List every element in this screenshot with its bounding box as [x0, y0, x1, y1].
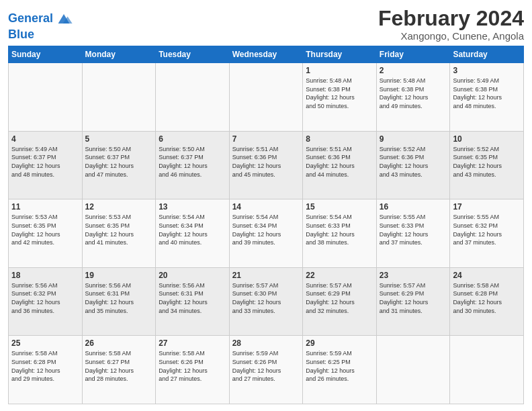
weekday-thursday: Thursday: [303, 46, 377, 63]
calendar-cell: 29Sunrise: 5:59 AM Sunset: 6:25 PM Dayli…: [303, 336, 377, 404]
day-number: 27: [159, 338, 226, 348]
calendar-cell: 23Sunrise: 5:57 AM Sunset: 6:29 PM Dayli…: [376, 267, 450, 336]
logo: General Blue: [8, 9, 73, 42]
day-info: Sunrise: 5:54 AM Sunset: 6:34 PM Dayligh…: [232, 213, 300, 246]
day-number: 12: [85, 202, 153, 212]
day-info: Sunrise: 5:54 AM Sunset: 6:33 PM Dayligh…: [306, 213, 373, 246]
calendar-cell: 2Sunrise: 5:48 AM Sunset: 6:38 PM Daylig…: [376, 63, 450, 132]
calendar-cell: 7Sunrise: 5:51 AM Sunset: 6:36 PM Daylig…: [229, 131, 303, 199]
day-info: Sunrise: 5:49 AM Sunset: 6:38 PM Dayligh…: [453, 77, 521, 110]
day-number: 21: [232, 271, 300, 280]
calendar-cell: [229, 63, 303, 132]
calendar-cell: 22Sunrise: 5:57 AM Sunset: 6:29 PM Dayli…: [303, 267, 377, 336]
calendar-cell: 21Sunrise: 5:57 AM Sunset: 6:30 PM Dayli…: [229, 267, 303, 336]
title-block: February 2024 Xangongo, Cunene, Angola: [378, 7, 524, 42]
calendar-cell: 4Sunrise: 5:49 AM Sunset: 6:37 PM Daylig…: [9, 131, 83, 199]
day-number: 13: [159, 202, 226, 212]
calendar-cell: 28Sunrise: 5:59 AM Sunset: 6:26 PM Dayli…: [229, 336, 303, 404]
day-number: 16: [380, 202, 447, 212]
day-info: Sunrise: 5:51 AM Sunset: 6:36 PM Dayligh…: [232, 145, 300, 179]
calendar-cell: 17Sunrise: 5:55 AM Sunset: 6:32 PM Dayli…: [450, 199, 524, 268]
day-number: 17: [453, 202, 521, 212]
header: General Blue February 2024 Xangongo, Cun…: [8, 7, 524, 42]
day-number: 1: [306, 66, 373, 75]
calendar-cell: 20Sunrise: 5:56 AM Sunset: 6:31 PM Dayli…: [156, 267, 230, 336]
day-number: 10: [453, 134, 521, 144]
weekday-header-row: SundayMondayTuesdayWednesdayThursdayFrid…: [9, 46, 524, 63]
day-info: Sunrise: 5:55 AM Sunset: 6:33 PM Dayligh…: [380, 213, 447, 246]
day-info: Sunrise: 5:52 AM Sunset: 6:36 PM Dayligh…: [380, 145, 447, 179]
logo-icon: [54, 9, 73, 28]
calendar-cell: 16Sunrise: 5:55 AM Sunset: 6:33 PM Dayli…: [376, 199, 450, 268]
day-info: Sunrise: 5:57 AM Sunset: 6:30 PM Dayligh…: [232, 281, 300, 315]
day-info: Sunrise: 5:58 AM Sunset: 6:26 PM Dayligh…: [159, 349, 226, 383]
calendar-cell: [156, 63, 230, 132]
day-info: Sunrise: 5:49 AM Sunset: 6:37 PM Dayligh…: [11, 145, 79, 179]
logo-blue: Blue: [8, 28, 73, 42]
day-info: Sunrise: 5:50 AM Sunset: 6:37 PM Dayligh…: [85, 145, 153, 179]
calendar-cell: 1Sunrise: 5:48 AM Sunset: 6:38 PM Daylig…: [303, 63, 377, 132]
day-info: Sunrise: 5:50 AM Sunset: 6:37 PM Dayligh…: [159, 145, 226, 179]
calendar-cell: 9Sunrise: 5:52 AM Sunset: 6:36 PM Daylig…: [376, 131, 450, 199]
day-number: 20: [159, 271, 226, 280]
day-info: Sunrise: 5:58 AM Sunset: 6:28 PM Dayligh…: [453, 281, 521, 315]
day-number: 3: [453, 66, 521, 75]
day-number: 29: [306, 338, 373, 348]
day-info: Sunrise: 5:58 AM Sunset: 6:27 PM Dayligh…: [85, 349, 153, 383]
day-number: 8: [306, 134, 373, 144]
day-number: 18: [11, 271, 79, 280]
day-info: Sunrise: 5:56 AM Sunset: 6:32 PM Dayligh…: [11, 281, 79, 315]
day-number: 9: [380, 134, 447, 144]
weekday-monday: Monday: [82, 46, 156, 63]
calendar-week-3: 11Sunrise: 5:53 AM Sunset: 6:35 PM Dayli…: [9, 199, 524, 268]
calendar-cell: 19Sunrise: 5:56 AM Sunset: 6:31 PM Dayli…: [82, 267, 156, 336]
day-info: Sunrise: 5:58 AM Sunset: 6:28 PM Dayligh…: [11, 349, 79, 383]
calendar-cell: 11Sunrise: 5:53 AM Sunset: 6:35 PM Dayli…: [9, 199, 83, 268]
calendar-cell: 13Sunrise: 5:54 AM Sunset: 6:34 PM Dayli…: [156, 199, 230, 268]
calendar-cell: 12Sunrise: 5:53 AM Sunset: 6:35 PM Dayli…: [82, 199, 156, 268]
day-info: Sunrise: 5:54 AM Sunset: 6:34 PM Dayligh…: [159, 213, 226, 246]
day-number: 7: [232, 134, 300, 144]
day-info: Sunrise: 5:51 AM Sunset: 6:36 PM Dayligh…: [306, 145, 373, 179]
day-info: Sunrise: 5:52 AM Sunset: 6:35 PM Dayligh…: [453, 145, 521, 179]
calendar-week-2: 4Sunrise: 5:49 AM Sunset: 6:37 PM Daylig…: [9, 131, 524, 199]
day-number: 24: [453, 271, 521, 280]
logo-general: General: [8, 11, 53, 25]
subtitle: Xangongo, Cunene, Angola: [378, 30, 524, 42]
calendar-cell: [82, 63, 156, 132]
day-number: 22: [306, 271, 373, 280]
weekday-saturday: Saturday: [450, 46, 524, 63]
calendar-cell: [450, 336, 524, 404]
weekday-wednesday: Wednesday: [229, 46, 303, 63]
calendar-cell: 27Sunrise: 5:58 AM Sunset: 6:26 PM Dayli…: [156, 336, 230, 404]
calendar-cell: [376, 336, 450, 404]
day-number: 15: [306, 202, 373, 212]
calendar-week-4: 18Sunrise: 5:56 AM Sunset: 6:32 PM Dayli…: [9, 267, 524, 336]
calendar-cell: 15Sunrise: 5:54 AM Sunset: 6:33 PM Dayli…: [303, 199, 377, 268]
day-number: 2: [380, 66, 447, 75]
calendar-cell: [9, 63, 83, 132]
day-number: 11: [11, 202, 79, 212]
day-info: Sunrise: 5:53 AM Sunset: 6:35 PM Dayligh…: [11, 213, 79, 246]
day-number: 6: [159, 134, 226, 144]
weekday-friday: Friday: [376, 46, 450, 63]
day-info: Sunrise: 5:59 AM Sunset: 6:25 PM Dayligh…: [306, 349, 373, 383]
calendar-cell: 6Sunrise: 5:50 AM Sunset: 6:37 PM Daylig…: [156, 131, 230, 199]
calendar-table: SundayMondayTuesdayWednesdayThursdayFrid…: [8, 46, 524, 404]
calendar-cell: 18Sunrise: 5:56 AM Sunset: 6:32 PM Dayli…: [9, 267, 83, 336]
main-title: February 2024: [378, 7, 524, 30]
day-info: Sunrise: 5:56 AM Sunset: 6:31 PM Dayligh…: [85, 281, 153, 315]
weekday-tuesday: Tuesday: [156, 46, 230, 63]
day-number: 23: [380, 271, 447, 280]
calendar-cell: 25Sunrise: 5:58 AM Sunset: 6:28 PM Dayli…: [9, 336, 83, 404]
day-info: Sunrise: 5:48 AM Sunset: 6:38 PM Dayligh…: [380, 77, 447, 110]
day-number: 14: [232, 202, 300, 212]
day-number: 19: [85, 271, 153, 280]
logo-text: General: [8, 12, 53, 26]
calendar-week-5: 25Sunrise: 5:58 AM Sunset: 6:28 PM Dayli…: [9, 336, 524, 404]
day-info: Sunrise: 5:57 AM Sunset: 6:29 PM Dayligh…: [306, 281, 373, 315]
day-number: 4: [11, 134, 79, 144]
calendar-cell: 8Sunrise: 5:51 AM Sunset: 6:36 PM Daylig…: [303, 131, 377, 199]
calendar-cell: 14Sunrise: 5:54 AM Sunset: 6:34 PM Dayli…: [229, 199, 303, 268]
calendar-cell: 3Sunrise: 5:49 AM Sunset: 6:38 PM Daylig…: [450, 63, 524, 132]
